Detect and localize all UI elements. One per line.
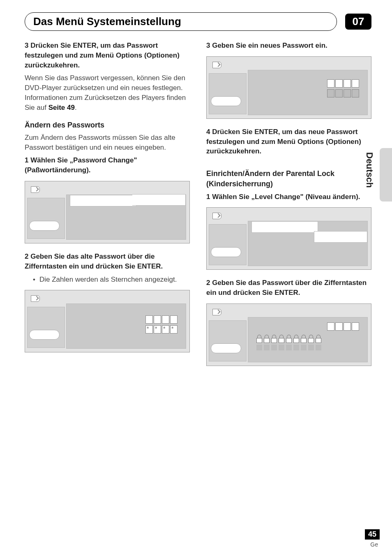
lock-level-row xyxy=(256,335,321,342)
step-2r-heading: 2 Geben Sie das Passwort über die Ziffer… xyxy=(206,278,371,298)
return-icon xyxy=(31,186,40,193)
return-icon xyxy=(212,213,221,219)
panel-sidebar xyxy=(209,73,247,114)
panel-button xyxy=(211,247,241,257)
lock-icon xyxy=(286,335,292,342)
lock-icon xyxy=(308,335,314,342)
step-3r-heading: 3 Geben Sie ein neues Passwort ein. xyxy=(206,41,371,51)
language-side-tab xyxy=(380,148,392,202)
section-title: Das Menü Systemeinstellung xyxy=(25,12,337,31)
digit-mask-row: * * * * xyxy=(145,325,178,334)
page-number-badge: 45 xyxy=(365,529,380,540)
return-icon xyxy=(212,62,221,68)
digit-input-row xyxy=(145,315,178,324)
panel-sidebar xyxy=(209,320,247,361)
ui-screenshot-level-password xyxy=(206,303,371,366)
bullet-text: Die Zahlen werden als Sternchen angezeig… xyxy=(39,275,177,285)
step-3-body: Wenn Sie das Passwort vergessen, können … xyxy=(25,73,190,112)
lock-icon xyxy=(316,335,321,342)
ui-screenshot-level-change xyxy=(206,207,371,270)
panel-button xyxy=(29,221,60,231)
ui-screenshot-old-password: * * * * xyxy=(25,290,190,352)
change-password-body: Zum Ändern des Passworts müssen Sie das … xyxy=(25,133,190,153)
panel-button xyxy=(211,96,241,106)
return-icon xyxy=(31,295,40,302)
lock-icon xyxy=(256,335,262,342)
ui-screenshot-new-password xyxy=(206,56,371,119)
panel-main-area xyxy=(66,195,186,240)
step-2-heading: 2 Geben Sie das alte Passwort über die Z… xyxy=(25,252,190,271)
subheading-parental-lock: Einrichten/Ändern der Parental Lock (Kin… xyxy=(206,169,371,189)
page-content: Das Menü Systemeinstellung 07 3 Drücken … xyxy=(0,0,392,374)
panel-sidebar xyxy=(209,224,247,265)
footer-language-code: Ge xyxy=(370,541,378,548)
panel-dropdown xyxy=(251,221,318,233)
panel-field xyxy=(132,194,186,206)
bullet-dot: • xyxy=(33,275,35,285)
level-indicator-row xyxy=(256,345,321,350)
panel-sidebar xyxy=(27,198,65,239)
bullet-asterisks: • Die Zahlen werden als Sternchen angeze… xyxy=(25,275,190,285)
subheading-change-password: Ändern des Passworts xyxy=(25,120,190,130)
ui-screenshot-password-change xyxy=(25,181,190,243)
panel-button xyxy=(29,330,60,340)
step-3-heading: 3 Drücken Sie ENTER, um das Passwort fes… xyxy=(25,41,190,70)
lock-icon xyxy=(279,335,284,342)
lock-icon xyxy=(301,335,307,342)
lock-icon xyxy=(293,335,299,342)
digit-input-row xyxy=(327,79,359,88)
panel-main-area xyxy=(248,70,368,115)
right-column: 3 Geben Sie ein neues Passwort ein. 4 Dr… xyxy=(206,41,371,374)
panel-main-area: * * * * xyxy=(66,303,186,349)
page-header: Das Menü Systemeinstellung 07 xyxy=(25,12,371,31)
lock-icon xyxy=(264,335,270,342)
lock-icon xyxy=(271,335,277,342)
panel-main-area xyxy=(248,221,368,266)
panel-main-area xyxy=(248,317,368,362)
panel-sidebar xyxy=(27,307,65,348)
language-side-label: Deutsch xyxy=(364,152,375,188)
panel-button xyxy=(211,343,241,353)
digit-grey-row xyxy=(327,89,359,97)
panel-dropdown xyxy=(70,195,136,206)
left-column: 3 Drücken Sie ENTER, um das Passwort fes… xyxy=(25,41,190,374)
digit-input-row xyxy=(327,322,359,331)
chapter-number-badge: 07 xyxy=(345,14,371,30)
step-4-heading: 4 Drücken Sie ENTER, um das neue Passwor… xyxy=(206,127,371,156)
panel-field xyxy=(314,231,368,243)
step-1-heading: 1 Wählen Sie „Password Change" (Paßwortä… xyxy=(25,155,190,175)
content-columns: 3 Drücken Sie ENTER, um das Passwort fes… xyxy=(25,41,371,374)
step-1r-heading: 1 Wählen Sie „Level Change" (Niveau ände… xyxy=(206,192,371,202)
return-icon xyxy=(212,309,221,315)
